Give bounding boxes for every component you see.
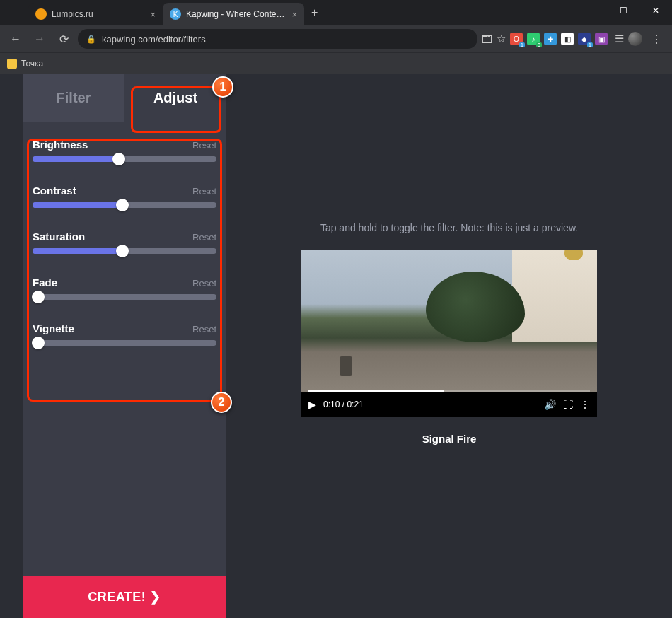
video-time: 0:10 / 0:21 (323, 400, 364, 409)
reset-button[interactable]: Reset (192, 278, 216, 288)
browser-tab-inactive[interactable]: Lumpics.ru × (28, 3, 163, 25)
play-icon[interactable]: ▶ (308, 399, 316, 410)
address-bar: ← → ⟳ 🔒 kapwing.com/editor/filters 🗔 ☆ O… (0, 25, 672, 52)
back-button[interactable]: ← (6, 29, 25, 49)
control-vignette: Vignette Reset (33, 322, 216, 346)
reading-list-icon[interactable]: ☰ (615, 33, 624, 45)
tab-title: Kapwing - Where Content Creati (186, 9, 286, 19)
extension-icon[interactable]: ✚ (544, 33, 557, 45)
contrast-slider[interactable] (33, 202, 216, 208)
titlebar: Lumpics.ru × K Kapwing - Where Content C… (0, 0, 672, 25)
minimize-button[interactable]: ─ (574, 0, 607, 21)
video-controls: ▶ 0:10 / 0:21 🔊 ⛶ ⋮ (301, 392, 597, 417)
control-fade: Fade Reset (33, 276, 216, 300)
control-label: Fade (33, 276, 57, 288)
star-icon[interactable]: ☆ (497, 33, 506, 45)
close-button[interactable]: ✕ (639, 0, 672, 21)
bookmark-item[interactable]: Точка (21, 59, 43, 69)
control-saturation: Saturation Reset (33, 231, 216, 254)
profile-avatar[interactable] (628, 32, 642, 46)
adjust-controls: Brightness Reset Contrast Reset (23, 122, 226, 576)
extension-icon[interactable]: O1 (510, 33, 523, 45)
browser-tab-active[interactable]: K Kapwing - Where Content Creati × (163, 3, 304, 25)
volume-icon[interactable]: 🔊 (544, 399, 556, 410)
lock-icon: 🔒 (86, 35, 96, 44)
preview-area: Tap and hold to toggle the filter. Note:… (226, 74, 672, 618)
slider-thumb[interactable] (32, 291, 45, 303)
url-text: kapwing.com/editor/filters (102, 34, 206, 45)
slider-thumb[interactable] (112, 153, 125, 165)
extension-icon[interactable]: ▣ (595, 33, 608, 45)
create-button[interactable]: CREATE! ❯ (23, 576, 226, 618)
create-label: CREATE! (88, 590, 146, 605)
close-icon[interactable]: × (150, 9, 156, 20)
control-label: Contrast (33, 185, 76, 197)
reset-button[interactable]: Reset (192, 324, 216, 334)
sidebar: Filter Adjust Brightness Reset Contrast … (23, 74, 226, 618)
favicon-icon: K (170, 8, 181, 20)
control-label: Brightness (33, 139, 88, 151)
extension-icon[interactable]: ◧ (561, 33, 574, 45)
reset-button[interactable]: Reset (192, 232, 216, 243)
translate-icon[interactable]: 🗔 (482, 33, 492, 45)
url-input[interactable]: 🔒 kapwing.com/editor/filters (78, 29, 477, 49)
tab-title: Lumpics.ru (52, 9, 145, 19)
sidebar-tabs: Filter Adjust (23, 74, 226, 122)
tab-adjust[interactable]: Adjust (124, 74, 226, 122)
video-title: Signal Fire (422, 433, 477, 445)
video-scene (301, 250, 597, 392)
slider-thumb[interactable] (116, 199, 129, 211)
reload-button[interactable]: ⟳ (54, 29, 74, 49)
bookmarks-bar: Точка (0, 52, 672, 74)
bookmark-folder-icon (7, 59, 17, 69)
more-icon[interactable]: ⋮ (580, 399, 590, 410)
preview-hint: Tap and hold to toggle the filter. Note:… (320, 222, 578, 233)
extension-icon[interactable]: ♪0 (527, 33, 540, 45)
close-icon[interactable]: × (291, 9, 297, 20)
browser-chrome: Lumpics.ru × K Kapwing - Where Content C… (0, 0, 672, 74)
favicon-icon (35, 8, 47, 20)
annotation-badge-1: 1 (212, 76, 233, 98)
slider-thumb[interactable] (116, 245, 129, 257)
reset-button[interactable]: Reset (192, 186, 216, 197)
brightness-slider[interactable] (33, 156, 216, 162)
saturation-slider[interactable] (33, 248, 216, 254)
window-controls: ─ ☐ ✕ (574, 0, 672, 21)
fullscreen-icon[interactable]: ⛶ (563, 399, 573, 410)
control-label: Saturation (33, 231, 85, 243)
extension-icon[interactable]: ◆1 (578, 33, 591, 45)
slider-thumb[interactable] (32, 337, 45, 349)
forward-button[interactable]: → (30, 29, 50, 49)
new-tab-button[interactable]: + (304, 6, 325, 19)
annotation-badge-2: 2 (211, 392, 232, 413)
video-progress[interactable] (308, 390, 590, 392)
control-contrast: Contrast Reset (33, 185, 216, 208)
app: Filter Adjust Brightness Reset Contrast … (23, 74, 672, 618)
menu-button[interactable]: ⋮ (647, 33, 666, 46)
reset-button[interactable]: Reset (192, 140, 216, 151)
maximize-button[interactable]: ☐ (607, 0, 639, 21)
fade-slider[interactable] (33, 294, 216, 300)
control-brightness: Brightness Reset (33, 139, 216, 162)
tab-filter[interactable]: Filter (23, 74, 124, 122)
video-preview[interactable]: ▶ 0:10 / 0:21 🔊 ⛶ ⋮ (301, 250, 597, 417)
chevron-right-icon: ❯ (150, 589, 161, 605)
control-label: Vignette (33, 322, 74, 334)
extensions: 🗔 ☆ O1 ♪0 ✚ ◧ ◆1 ▣ ☰ ⋮ (482, 32, 666, 46)
vignette-slider[interactable] (33, 340, 216, 346)
